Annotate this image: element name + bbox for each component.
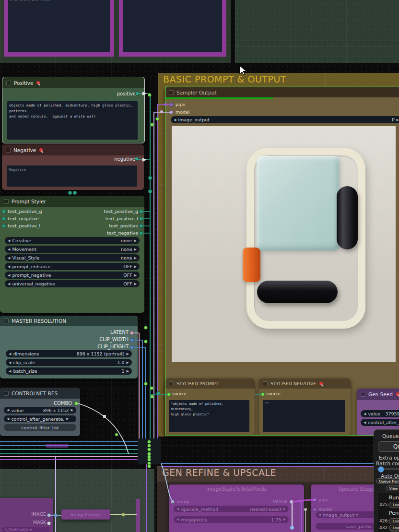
- widget-prompt-enhance[interactable]: prompt_enhanceOFF: [5, 263, 140, 270]
- port-input-text-positive-g[interactable]: [2, 210, 6, 213]
- port-clip-width-output[interactable]: [130, 338, 134, 342]
- node-sampler-output-header[interactable]: Sampler Output: [165, 87, 399, 97]
- port-output-text-positive[interactable]: [139, 224, 143, 228]
- port-input-text-positive-l[interactable]: [2, 224, 6, 228]
- collapse-icon[interactable]: [4, 199, 9, 204]
- widget-batch-size[interactable]: batch_size1: [6, 367, 132, 375]
- port-label: CLIP_WIDTH: [99, 337, 129, 342]
- load-button[interactable]: Load: [389, 502, 399, 508]
- node-master-resolution-header[interactable]: MASTER RESOLUTION: [0, 316, 138, 326]
- note-box-left[interactable]: d as white and relief: [4, 0, 114, 57]
- group-basic-title[interactable]: BASIC PROMPT & OUTPUT: [163, 74, 286, 84]
- widget-movement[interactable]: Movementnone: [5, 246, 140, 253]
- node-prompt-styler-header[interactable]: Prompt Styler: [0, 196, 144, 207]
- port-label: text_positive_g: [104, 209, 138, 214]
- node-stylised-negative-header[interactable]: STYLISED NEGATIVE: [259, 378, 351, 389]
- port-image-output[interactable]: [290, 500, 293, 504]
- stylised-negative-textarea[interactable]: "": [263, 400, 345, 432]
- port-label: text_negative: [107, 230, 138, 236]
- node-gen-seed-header[interactable]: Gen Seed: [357, 389, 399, 400]
- pin-icon: [319, 381, 324, 386]
- widget-clip-scale[interactable]: clip_scale1.0: [6, 359, 132, 366]
- node-controlnet-res[interactable]: CONTROLNET RES COMBO value896 x 1152 con…: [0, 388, 80, 436]
- collapse-icon[interactable]: [361, 392, 365, 397]
- port-latent-output[interactable]: [130, 331, 134, 335]
- widget-universal-negative[interactable]: universal_negativeOFF: [5, 280, 140, 287]
- node-negative[interactable]: Negative negative Negative: [2, 144, 144, 190]
- widget-visual-style[interactable]: Visual_Stylenone: [5, 254, 140, 261]
- node-prompt-styler-title: Prompt Styler: [12, 199, 46, 204]
- queue-front-button[interactable]: Queue Front: [376, 478, 399, 484]
- widget-control-after-generate[interactable]: control_after_generate.: [4, 415, 76, 422]
- collapse-icon[interactable]: [6, 81, 11, 85]
- negative-textarea[interactable]: Negative: [7, 166, 137, 187]
- widget-seed-value[interactable]: value 37959206: [361, 410, 399, 417]
- slider-handle[interactable]: [378, 466, 384, 473]
- port-model-input[interactable]: [169, 110, 173, 114]
- port-combo-output[interactable]: [74, 402, 78, 405]
- positive-textarea[interactable]: objects made of polished, midcentury, hi…: [7, 101, 138, 140]
- port-source-input[interactable]: [261, 392, 265, 396]
- widget-megapixels[interactable]: megapixels1.75: [174, 516, 289, 523]
- node-stylised-prompt[interactable]: STYLISED PROMPT source "objects made of …: [165, 378, 255, 436]
- node-prompt-styler[interactable]: Prompt Styler text_positive_g text_negat…: [0, 196, 144, 313]
- queue-prompt-button[interactable]: Queue Prompt: [378, 441, 399, 452]
- stylised-prompt-textarea[interactable]: "objects made of polished, midcentury, h…: [169, 400, 249, 432]
- widget-fix-continuation[interactable]: x_Continuatio: [2, 527, 50, 532]
- node-master-resolution[interactable]: MASTER RESOLUTION LATENT CLIP_WIDTH CLIP…: [0, 316, 138, 378]
- node-graph-canvas[interactable]: d as white and relief BASIC PROMPT & OUT…: [0, 0, 399, 532]
- widget-value[interactable]: value896 x 1152: [4, 407, 76, 414]
- widget-creative[interactable]: Creativenone: [5, 237, 140, 244]
- port-mask-output[interactable]: [47, 521, 51, 525]
- node-image-scale-to-total-pixels[interactable]: ImageScaleToTotalPixels image IMAGE upsc…: [169, 485, 304, 532]
- progress-bar: [165, 97, 273, 99]
- queue-item-id: 425:: [379, 502, 389, 507]
- port-label: LATENT: [110, 330, 129, 335]
- widget-dimensions[interactable]: dimensions896 x 1152 (portrait): [6, 350, 132, 357]
- collapse-icon[interactable]: [4, 319, 9, 323]
- collapsed-node-bar[interactable]: [136, 499, 140, 532]
- port-pipe-input[interactable]: [169, 103, 173, 106]
- port-output-text-negative[interactable]: [139, 231, 143, 235]
- node-stylised-negative[interactable]: STYLISED NEGATIVE source "": [259, 378, 351, 436]
- node-stylised-prompt-header[interactable]: STYLISED PROMPT: [165, 378, 255, 389]
- view-history-button[interactable]: View History: [386, 485, 399, 491]
- collapse-icon[interactable]: [6, 148, 11, 153]
- port-positive-output[interactable]: [135, 92, 139, 95]
- port-clip-height-output[interactable]: [130, 345, 134, 349]
- widget-control-after-generate[interactable]: control_after_generate.: [361, 419, 399, 426]
- port-negative-output[interactable]: [135, 157, 139, 161]
- widget-upscale-method[interactable]: upscale_methodnearest-exact: [174, 506, 289, 512]
- port-output-text-positive-l[interactable]: [139, 217, 143, 221]
- group-refine-title[interactable]: GEN REFINE & UPSCALE: [162, 467, 276, 478]
- node-controlnet-res-header[interactable]: CONTROLNET RES: [0, 388, 80, 399]
- port-image-input[interactable]: [171, 500, 175, 504]
- port-label: text_positive_l: [8, 223, 40, 228]
- note-text: d as white and relief: [10, 0, 52, 1]
- node-negative-header[interactable]: Negative: [2, 144, 144, 155]
- port-label: CLIP_HEIGHT: [97, 344, 129, 349]
- node-positive[interactable]: Positive positive objects made of polish…: [2, 77, 145, 143]
- port-image-output[interactable]: [47, 513, 51, 517]
- widget-prompt-negative[interactable]: prompt_negativeOFF: [5, 272, 140, 279]
- node-image-prompt-reroute[interactable]: ImagePrompt: [61, 509, 110, 520]
- port-input-text-negative[interactable]: [2, 217, 6, 221]
- collapse-icon[interactable]: [169, 381, 174, 386]
- port-output-text-positive-g[interactable]: [139, 210, 143, 213]
- reroute-title: ImagePrompt: [70, 512, 101, 517]
- port-source-input[interactable]: [167, 392, 171, 396]
- collapse-icon[interactable]: [169, 90, 174, 95]
- node-inpaint-source[interactable]: IMAGE MASK x_Continuatio: [0, 498, 53, 532]
- extra-options-label[interactable]: Extra options: [379, 455, 399, 461]
- widget-image-output[interactable]: image_outputP: [171, 116, 399, 123]
- node-positive-header[interactable]: Positive: [2, 77, 144, 88]
- port-pipe-input[interactable]: [313, 498, 317, 502]
- collapse-icon[interactable]: [4, 391, 9, 396]
- drag-handle-icon[interactable]: ⋮: [376, 433, 382, 439]
- control-filter-list-button[interactable]: control_filter_list: [4, 424, 76, 431]
- port-model-input[interactable]: [313, 508, 317, 511]
- load-button[interactable]: Load: [389, 518, 399, 524]
- collapse-icon[interactable]: [263, 381, 268, 386]
- load-button[interactable]: Load: [389, 525, 399, 531]
- note-box-right[interactable]: [119, 0, 226, 57]
